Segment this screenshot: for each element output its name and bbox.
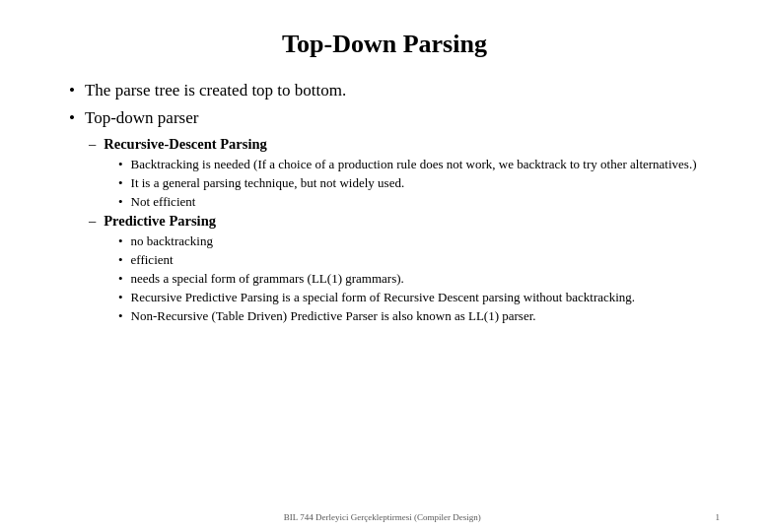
footer-text: BIL 744 Derleyici Gerçekleptirmesi (Comp…	[49, 512, 716, 522]
rd-bullet-3: • Not efficient	[118, 194, 720, 210]
dash-symbol-2: –	[89, 213, 96, 230]
predictive-bullets: • no backtracking • efficient • needs a …	[118, 233, 720, 324]
pp-bullet-text-5: Non-Recursive (Table Driven) Predictive …	[131, 308, 536, 324]
rd-bullet-sym-3: •	[118, 194, 123, 210]
page-title: Top-Down Parsing	[49, 30, 720, 59]
footer: BIL 744 Derleyici Gerçekleptirmesi (Comp…	[0, 512, 769, 522]
pp-bullet-sym-3: •	[118, 271, 123, 287]
rd-bullet-2: • It is a general parsing technique, but…	[118, 175, 720, 191]
subsection-label-2: Predictive Parsing	[104, 213, 216, 230]
pp-bullet-text-4: Recursive Predictive Parsing is a specia…	[131, 290, 636, 305]
bullet-text-2: Top-down parser	[85, 108, 198, 128]
pp-bullet-1: • no backtracking	[118, 233, 720, 249]
bullet-item-1: • The parse tree is created top to botto…	[69, 81, 720, 100]
subsection-label-1: Recursive-Descent Parsing	[104, 136, 267, 153]
bullet-symbol-2: •	[69, 108, 75, 128]
dash-symbol-1: –	[89, 136, 96, 153]
pp-bullet-sym-4: •	[118, 290, 123, 305]
bullet-item-2: • Top-down parser	[69, 108, 720, 128]
pp-bullet-sym-1: •	[118, 233, 123, 249]
rd-bullet-sym-1: •	[118, 157, 123, 172]
slide: Top-Down Parsing • The parse tree is cre…	[0, 0, 769, 532]
pp-bullet-text-3: needs a special form of grammars (LL(1) …	[131, 271, 404, 287]
pp-bullet-text-2: efficient	[131, 252, 174, 268]
pp-bullet-3: • needs a special form of grammars (LL(1…	[118, 271, 720, 287]
bullet-list: • The parse tree is created top to botto…	[49, 81, 720, 128]
bullet-text-1: The parse tree is created top to bottom.	[85, 81, 346, 100]
recursive-descent-bullets: • Backtracking is needed (If a choice of…	[118, 157, 720, 210]
bullet-symbol-1: •	[69, 81, 75, 100]
subsection-predictive: – Predictive Parsing	[89, 213, 720, 230]
pp-bullet-4: • Recursive Predictive Parsing is a spec…	[118, 290, 720, 305]
rd-bullet-text-2: It is a general parsing technique, but n…	[131, 175, 405, 191]
pp-bullet-sym-5: •	[118, 308, 123, 324]
subsection-recursive-descent: – Recursive-Descent Parsing	[89, 136, 720, 153]
rd-bullet-text-1: Backtracking is needed (If a choice of a…	[131, 157, 697, 172]
pp-bullet-2: • efficient	[118, 252, 720, 268]
rd-bullet-text-3: Not efficient	[131, 194, 196, 210]
rd-bullet-sym-2: •	[118, 175, 123, 191]
pp-bullet-sym-2: •	[118, 252, 123, 268]
pp-bullet-text-1: no backtracking	[131, 233, 213, 249]
rd-bullet-1: • Backtracking is needed (If a choice of…	[118, 157, 720, 172]
footer-page: 1	[716, 512, 721, 522]
subsections: – Recursive-Descent Parsing • Backtracki…	[89, 136, 720, 324]
pp-bullet-5: • Non-Recursive (Table Driven) Predictiv…	[118, 308, 720, 324]
